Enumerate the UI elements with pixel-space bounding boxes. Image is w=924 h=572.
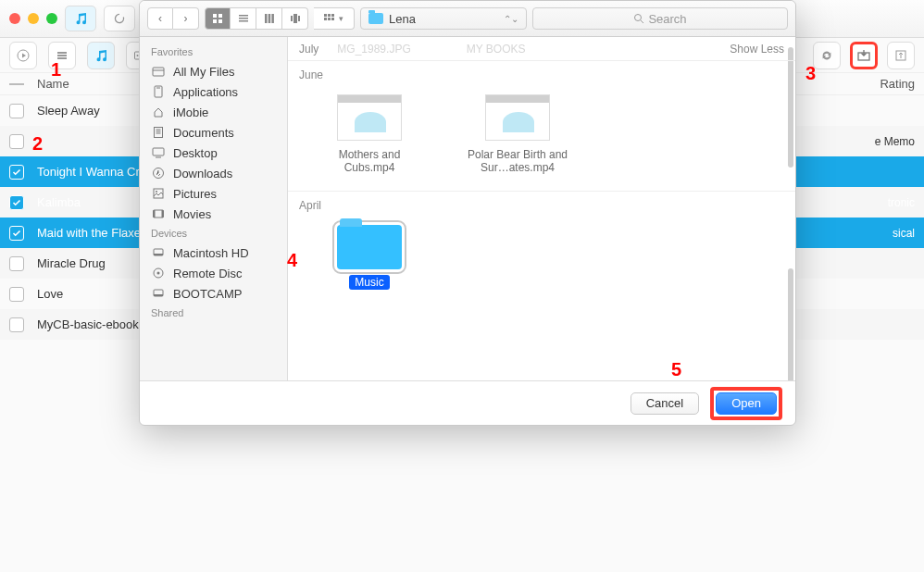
- zoom-window-button[interactable]: [46, 13, 57, 24]
- svg-rect-17: [268, 14, 270, 23]
- folder-name-selected: Music: [349, 275, 389, 290]
- file-item[interactable]: Polar Bear Birth and Sur…ates.mp4: [462, 94, 573, 174]
- sidebar-icon: [151, 206, 166, 221]
- svg-rect-29: [153, 68, 164, 76]
- music-category-icon[interactable]: [87, 42, 115, 69]
- search-icon: [633, 13, 644, 24]
- refresh-app-icon[interactable]: [104, 6, 135, 31]
- minimize-window-button[interactable]: [28, 13, 39, 24]
- show-less-button[interactable]: Show Less: [730, 43, 784, 56]
- sidebar-item-label: Desktop: [173, 146, 218, 160]
- step-5: 5: [671, 359, 681, 380]
- close-window-button[interactable]: [9, 13, 20, 24]
- arrange-button[interactable]: ▾: [314, 7, 355, 30]
- sidebar-item[interactable]: All My Files: [140, 61, 287, 81]
- sidebar-item[interactable]: iMobie: [140, 102, 287, 122]
- row-checkbox[interactable]: [9, 165, 24, 180]
- sidebar-icon: [151, 245, 166, 260]
- step-2: 2: [32, 133, 43, 155]
- row-checkbox[interactable]: [9, 195, 24, 210]
- row-right: tronic: [888, 196, 915, 209]
- open-button[interactable]: Open: [716, 392, 777, 415]
- sidebar-item-label: All My Files: [173, 65, 234, 79]
- sidebar-item[interactable]: BOOTCAMP: [140, 283, 287, 304]
- sidebar-item[interactable]: Remote Disc: [140, 263, 287, 283]
- file-name: Mothers and Cubs.mp4: [314, 148, 425, 174]
- column-rating[interactable]: Rating: [850, 77, 915, 91]
- svg-rect-11: [213, 19, 217, 23]
- row-checkbox[interactable]: [9, 287, 24, 302]
- music-app-icon[interactable]: [65, 6, 96, 31]
- svg-rect-16: [265, 14, 268, 23]
- svg-point-28: [635, 15, 642, 21]
- month-label: July: [299, 43, 318, 56]
- svg-rect-21: [298, 16, 300, 21]
- step-1: 1: [51, 59, 61, 81]
- sidebar-icon: [151, 84, 166, 99]
- chevron-updown-icon: ⌃⌄: [504, 14, 518, 24]
- svg-rect-38: [162, 210, 164, 218]
- file-item[interactable]: Mothers and Cubs.mp4: [314, 94, 425, 174]
- row-checkbox[interactable]: [9, 134, 24, 149]
- svg-rect-10: [219, 14, 222, 18]
- svg-rect-18: [271, 14, 274, 23]
- svg-rect-31: [155, 128, 163, 138]
- row-right: e Memo: [875, 135, 915, 148]
- sidebar-icon: [151, 64, 166, 79]
- favorites-header: Favorites: [140, 43, 287, 61]
- sidebar-item-label: BOOTCAMP: [173, 287, 242, 301]
- traffic-lights: [9, 13, 57, 24]
- list-view-button[interactable]: [231, 7, 256, 30]
- svg-point-42: [157, 272, 160, 275]
- sidebar-item-label: Documents: [173, 126, 234, 140]
- sidebar-item-label: Macintosh HD: [173, 246, 249, 260]
- open-button-highlight: Open: [710, 387, 782, 420]
- svg-rect-13: [239, 15, 248, 17]
- row-checkbox[interactable]: [9, 104, 24, 118]
- svg-rect-1: [57, 52, 67, 54]
- search-field[interactable]: Search: [532, 7, 788, 30]
- cancel-button[interactable]: Cancel: [631, 392, 699, 415]
- browser-scrollbar[interactable]: [788, 268, 793, 380]
- column-view-button[interactable]: [256, 7, 282, 30]
- path-folder-name: Lena: [389, 12, 416, 26]
- svg-rect-23: [328, 14, 331, 17]
- sidebar-item[interactable]: Macintosh HD: [140, 242, 287, 263]
- step-4: 4: [287, 250, 297, 271]
- sidebar-item[interactable]: Desktop: [140, 143, 287, 163]
- sidebar-item[interactable]: Applications: [140, 81, 287, 102]
- row-right: sical: [893, 227, 915, 240]
- nav-back-button[interactable]: ‹: [147, 7, 173, 30]
- file-item-music-folder[interactable]: Music: [314, 225, 425, 290]
- row-checkbox[interactable]: [9, 226, 24, 241]
- sidebar-item[interactable]: Documents: [140, 122, 287, 143]
- select-all-toggle[interactable]: [9, 83, 24, 85]
- sidebar-item[interactable]: Movies: [140, 204, 287, 224]
- nav-forward-button[interactable]: ›: [173, 7, 199, 30]
- icon-view-button[interactable]: [205, 7, 231, 30]
- dialog-sidebar: Favorites All My FilesApplicationsiMobie…: [140, 37, 288, 380]
- nav-back-forward: ‹ ›: [147, 7, 199, 30]
- sync-button[interactable]: [813, 42, 841, 69]
- svg-rect-2: [57, 55, 67, 56]
- video-thumbnail: [485, 94, 550, 141]
- shared-header: Shared: [140, 304, 287, 322]
- svg-rect-26: [328, 18, 331, 20]
- sidebar-icon: [151, 286, 166, 301]
- july-header: July MG_1989.JPG MY BOOKS Show Less: [288, 37, 795, 61]
- path-control[interactable]: Lena ⌃⌄: [360, 7, 527, 30]
- sidebar-item-label: Downloads: [173, 167, 232, 180]
- sidebar-icon: [151, 166, 166, 180]
- export-button[interactable]: [887, 42, 915, 69]
- svg-rect-19: [291, 16, 293, 21]
- row-checkbox[interactable]: [9, 256, 24, 271]
- coverflow-view-button[interactable]: [282, 7, 308, 30]
- row-checkbox[interactable]: [9, 317, 24, 332]
- import-button[interactable]: [850, 42, 878, 69]
- sidebar-item[interactable]: Downloads: [140, 163, 287, 183]
- sidebar-item[interactable]: Pictures: [140, 183, 287, 204]
- ghost-file-1: MG_1989.JPG: [337, 43, 410, 56]
- svg-rect-20: [293, 14, 297, 23]
- play-button[interactable]: [9, 42, 37, 69]
- devices-header: Devices: [140, 224, 287, 242]
